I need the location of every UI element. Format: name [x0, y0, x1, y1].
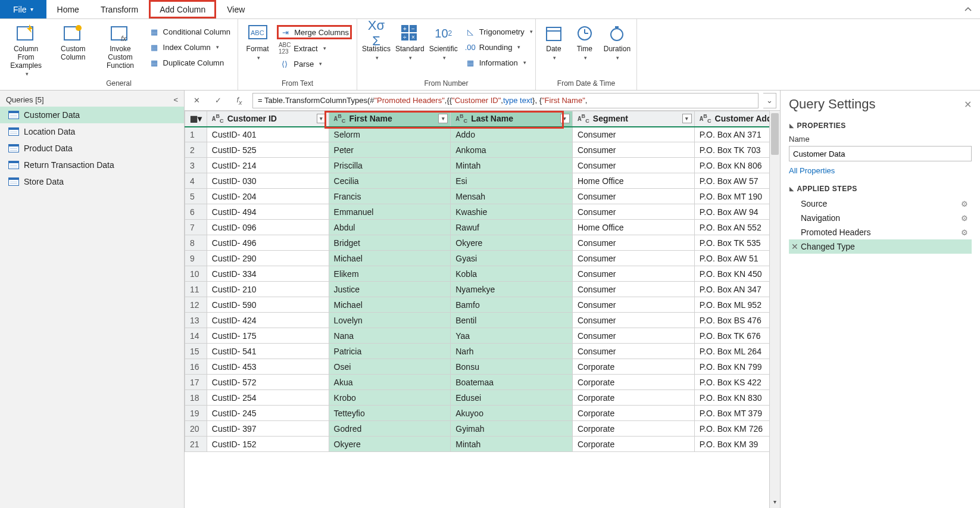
filter-icon[interactable]: ▾	[317, 114, 326, 123]
cell-segment[interactable]: Corporate	[572, 406, 694, 421]
filter-icon[interactable]: ▾	[438, 114, 448, 123]
cell-address[interactable]: P.O. Box ML 264	[694, 344, 779, 359]
formula-expand-button[interactable]: ⌄	[763, 93, 776, 108]
statistics-button[interactable]: ΧσΣ Statistics	[362, 21, 391, 62]
table-row[interactable]: 16CustID- 453OseiBonsuCorporateP.O. Box …	[185, 359, 780, 375]
row-number[interactable]: 16	[185, 359, 207, 375]
column-from-examples-button[interactable]: Column From Examples	[5, 21, 47, 78]
cell-segment[interactable]: Consumer	[572, 204, 694, 220]
table-row[interactable]: 3CustID- 214PriscillaMintahConsumerP.O. …	[185, 158, 780, 173]
cell-address[interactable]: P.O. Box KN 806	[694, 158, 779, 173]
cell-last-name[interactable]: Mintah	[451, 158, 573, 173]
row-number[interactable]: 17	[185, 375, 207, 390]
cell-customer-id[interactable]: CustID- 096	[207, 220, 329, 235]
cell-first-name[interactable]: Francis	[329, 189, 451, 204]
row-number[interactable]: 15	[185, 344, 207, 359]
column-header-customer-id[interactable]: ABCCustomer ID▾	[207, 111, 329, 127]
cell-segment[interactable]: Consumer	[572, 127, 694, 142]
row-number[interactable]: 19	[185, 406, 207, 421]
cell-address[interactable]: P.O. Box MT 190	[694, 189, 779, 204]
extract-button[interactable]: ABC123Extract	[277, 42, 352, 55]
cell-address[interactable]: P.O. Box TK 676	[694, 328, 779, 344]
cell-customer-id[interactable]: CustID- 210	[207, 282, 329, 297]
query-item[interactable]: Return Transaction Data	[0, 157, 184, 173]
close-settings-button[interactable]: ✕	[964, 99, 972, 110]
cell-first-name[interactable]: Priscilla	[329, 158, 451, 173]
cell-segment[interactable]: Corporate	[572, 359, 694, 375]
formula-fx-icon[interactable]: fx	[231, 93, 248, 108]
query-name-input[interactable]	[789, 146, 972, 161]
cell-segment[interactable]: Consumer	[572, 142, 694, 158]
cell-segment[interactable]: Corporate	[572, 390, 694, 406]
filter-icon[interactable]: ▾	[682, 114, 692, 123]
cell-last-name[interactable]: Bentil	[451, 313, 573, 328]
cell-last-name[interactable]: Ankoma	[451, 142, 573, 158]
cell-customer-id[interactable]: CustID- 290	[207, 251, 329, 266]
invoke-custom-function-button[interactable]: fx Invoke Custom Function	[99, 21, 141, 71]
cell-address[interactable]: P.O. Box TK 535	[694, 235, 779, 251]
table-row[interactable]: 21CustID- 152OkyereMintahCorporateP.O. B…	[185, 437, 780, 452]
cell-customer-id[interactable]: CustID- 245	[207, 406, 329, 421]
cell-last-name[interactable]: Nyamekye	[451, 282, 573, 297]
cell-first-name[interactable]: Abdul	[329, 220, 451, 235]
filter-icon[interactable]: ▾	[560, 114, 570, 123]
cell-first-name[interactable]: Justice	[329, 282, 451, 297]
row-number[interactable]: 20	[185, 421, 207, 437]
tab-file[interactable]: File ▾	[0, 0, 46, 18]
properties-header[interactable]: PROPERTIES	[789, 121, 972, 130]
tab-home[interactable]: Home	[46, 0, 90, 18]
cell-last-name[interactable]: Gyasi	[451, 251, 573, 266]
duplicate-column-button[interactable]: ▦Duplicate Column	[146, 56, 233, 69]
cell-customer-id[interactable]: CustID- 175	[207, 328, 329, 344]
cell-customer-id[interactable]: CustID- 424	[207, 313, 329, 328]
cell-first-name[interactable]: Lovelyn	[329, 313, 451, 328]
cell-first-name[interactable]: Godred	[329, 421, 451, 437]
cell-address[interactable]: P.O. Box KS 422	[694, 375, 779, 390]
table-row[interactable]: 18CustID- 254KroboEduseiCorporateP.O. Bo…	[185, 390, 780, 406]
information-button[interactable]: ▦Information	[463, 56, 535, 69]
cell-address[interactable]: P.O. Box KN 450	[694, 266, 779, 282]
applied-step[interactable]: Source⚙	[789, 197, 972, 211]
cell-customer-id[interactable]: CustID- 525	[207, 142, 329, 158]
row-number[interactable]: 14	[185, 328, 207, 344]
cell-address[interactable]: P.O. Box AN 347	[694, 282, 779, 297]
table-row[interactable]: 9CustID- 290MichaelGyasiConsumerP.O. Box…	[185, 251, 780, 266]
collapse-queries-icon[interactable]: <	[173, 95, 178, 104]
cell-customer-id[interactable]: CustID- 254	[207, 390, 329, 406]
cell-address[interactable]: P.O. Box AW 94	[694, 204, 779, 220]
cell-segment[interactable]: Home Office	[572, 220, 694, 235]
cell-segment[interactable]: Corporate	[572, 375, 694, 390]
cell-last-name[interactable]: Esi	[451, 173, 573, 189]
column-header-segment[interactable]: ABCSegment▾	[572, 111, 694, 127]
vertical-scrollbar[interactable]: ▴ ▾	[769, 111, 780, 508]
table-row[interactable]: 12CustID- 590MichaelBamfoConsumerP.O. Bo…	[185, 297, 780, 313]
scientific-button[interactable]: 102 Scientific	[429, 21, 458, 62]
cell-customer-id[interactable]: CustID- 401	[207, 127, 329, 142]
table-row[interactable]: 8CustID- 496BridgetOkyereConsumerP.O. Bo…	[185, 235, 780, 251]
cell-customer-id[interactable]: CustID- 334	[207, 266, 329, 282]
ribbon-collapse-icon[interactable]	[956, 0, 980, 18]
row-number[interactable]: 7	[185, 220, 207, 235]
table-row[interactable]: 19CustID- 245TetteyfioAkuyooCorporateP.O…	[185, 406, 780, 421]
cell-address[interactable]: P.O. Box AW 51	[694, 251, 779, 266]
cell-address[interactable]: P.O. Box KM 726	[694, 421, 779, 437]
table-row[interactable]: 4CustID- 030CeciliaEsiHome OfficeP.O. Bo…	[185, 173, 780, 189]
cell-last-name[interactable]: Kobla	[451, 266, 573, 282]
table-row[interactable]: 14CustID- 175NanaYaaConsumerP.O. Box TK …	[185, 328, 780, 344]
cell-customer-id[interactable]: CustID- 590	[207, 297, 329, 313]
cell-address[interactable]: P.O. Box KM 39	[694, 437, 779, 452]
cell-first-name[interactable]: Peter	[329, 142, 451, 158]
cell-segment[interactable]: Corporate	[572, 437, 694, 452]
gear-icon[interactable]: ⚙	[961, 200, 968, 208]
query-item[interactable]: Customer Data	[0, 107, 184, 123]
column-header-last-name[interactable]: ABCLast Name▾	[451, 111, 573, 127]
cell-customer-id[interactable]: CustID- 397	[207, 421, 329, 437]
all-properties-link[interactable]: All Properties	[789, 166, 835, 175]
row-number[interactable]: 12	[185, 297, 207, 313]
applied-steps-header[interactable]: APPLIED STEPS	[789, 185, 972, 193]
table-row[interactable]: 11CustID- 210JusticeNyamekyeConsumerP.O.…	[185, 282, 780, 297]
cell-last-name[interactable]: Okyere	[451, 235, 573, 251]
table-row[interactable]: 7CustID- 096AbdulRawufHome OfficeP.O. Bo…	[185, 220, 780, 235]
cell-first-name[interactable]: Patricia	[329, 344, 451, 359]
cell-first-name[interactable]: Cecilia	[329, 173, 451, 189]
